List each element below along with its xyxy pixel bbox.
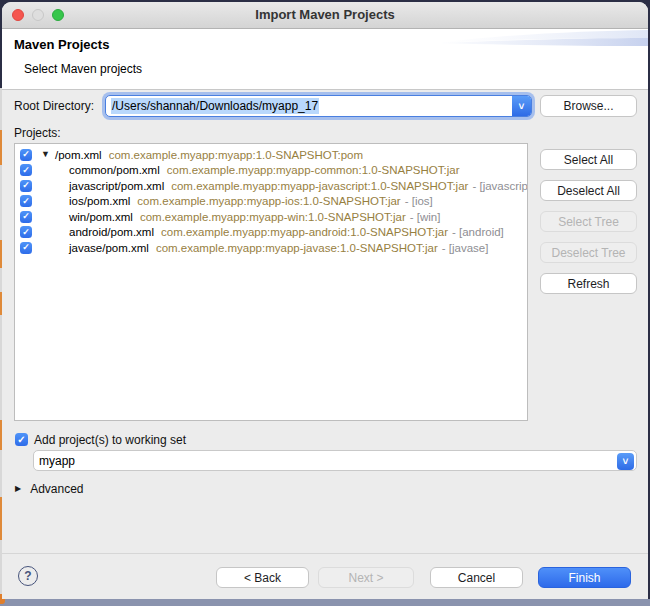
check-icon: ✓ <box>17 435 25 445</box>
check-icon: ✓ <box>22 197 30 206</box>
working-set-checkbox[interactable]: ✓ <box>15 433 28 446</box>
check-icon: ✓ <box>22 228 30 237</box>
page-subtitle: Select Maven projects <box>24 62 142 76</box>
project-profile-suffix: - [javase] <box>442 242 489 254</box>
cancel-button[interactable]: Cancel <box>430 567 523 588</box>
tree-row-root-pom[interactable]: ✓ ▼ /pom.xml com.example.myapp:myapp:1.0… <box>15 147 527 163</box>
projects-tree[interactable]: ✓ ▼ /pom.xml com.example.myapp:myapp:1.0… <box>14 143 528 421</box>
row-checkbox[interactable]: ✓ <box>20 164 32 176</box>
working-set-combo[interactable]: myapp ˅ <box>33 450 637 471</box>
project-coordinates: com.example.myapp:myapp-win:1.0-SNAPSHOT… <box>140 211 406 223</box>
project-coordinates: com.example.myapp:myapp-ios:1.0-SNAPSHOT… <box>137 195 400 207</box>
row-checkbox[interactable]: ✓ <box>20 211 32 223</box>
advanced-label: Advanced <box>30 482 83 496</box>
close-window-icon[interactable] <box>12 9 24 21</box>
project-name: win/pom.xml <box>69 211 133 223</box>
window-title: Import Maven Projects <box>2 2 648 28</box>
select-tree-button[interactable]: Select Tree <box>540 211 637 232</box>
project-profile-suffix: - [ios] <box>405 195 433 207</box>
check-icon: ✓ <box>22 243 30 252</box>
deselect-tree-button[interactable]: Deselect Tree <box>540 242 637 263</box>
footer-divider <box>2 553 648 554</box>
check-icon: ✓ <box>22 150 30 159</box>
traffic-lights <box>12 9 64 21</box>
working-set-label: Add project(s) to working set <box>34 433 186 447</box>
tree-row-javase[interactable]: ✓ javase/pom.xml com.example.myapp:myapp… <box>15 240 527 256</box>
tree-row-common[interactable]: ✓ common/pom.xml com.example.myapp:myapp… <box>15 163 527 179</box>
project-coordinates: com.example.myapp:myapp-javase:1.0-SNAPS… <box>156 242 438 254</box>
help-button[interactable]: ? <box>18 566 38 586</box>
check-icon: ✓ <box>22 181 30 190</box>
project-coordinates: com.example.myapp:myapp-javascript:1.0-S… <box>171 180 468 192</box>
project-profile-suffix: - [javascript] <box>472 180 528 192</box>
project-name: common/pom.xml <box>69 164 160 176</box>
row-checkbox[interactable]: ✓ <box>20 180 32 192</box>
root-directory-combo[interactable]: /Users/shannah/Downloads/myapp_17 ˅ <box>105 95 532 117</box>
project-name: javascript/pom.xml <box>69 180 164 192</box>
background-window-edge <box>0 599 650 606</box>
check-icon: ✓ <box>22 212 30 221</box>
check-icon: ✓ <box>22 166 30 175</box>
import-maven-projects-dialog: Import Maven Projects Maven Projects <box>2 2 648 599</box>
project-name: android/pom.xml <box>69 226 154 238</box>
project-coordinates: com.example.myapp:myapp-android:1.0-SNAP… <box>161 226 448 238</box>
screen: Import Maven Projects Maven Projects <box>0 0 650 606</box>
question-mark-icon: ? <box>24 569 31 583</box>
advanced-section-toggle[interactable]: ▶ Advanced <box>15 482 84 496</box>
chevron-down-icon[interactable]: ˅ <box>512 96 531 116</box>
chevron-glyph: ˅ <box>623 456 629 467</box>
tree-row-android[interactable]: ✓ android/pom.xml com.example.myapp:myap… <box>15 225 527 241</box>
back-button[interactable]: < Back <box>216 567 309 588</box>
refresh-button[interactable]: Refresh <box>540 273 637 294</box>
wizard-header: Maven Projects Select Maven projects <box>2 29 648 90</box>
working-set-value: myapp <box>39 454 75 468</box>
minimize-window-icon[interactable] <box>32 9 44 21</box>
finish-button[interactable]: Finish <box>538 567 631 588</box>
projects-label: Projects: <box>14 126 61 140</box>
project-name: /pom.xml <box>55 149 102 161</box>
next-button[interactable]: Next > <box>318 567 414 588</box>
deselect-all-button[interactable]: Deselect All <box>540 180 637 201</box>
project-coordinates: com.example.myapp:myapp:1.0-SNAPSHOT:pom <box>109 149 363 161</box>
row-checkbox[interactable]: ✓ <box>20 242 32 254</box>
project-coordinates: com.example.myapp:myapp-common:1.0-SNAPS… <box>167 164 460 176</box>
root-directory-value: /Users/shannah/Downloads/myapp_17 <box>111 98 319 114</box>
project-name: ios/pom.xml <box>69 195 130 207</box>
select-all-button[interactable]: Select All <box>540 149 637 170</box>
chevron-down-icon[interactable]: ˅ <box>617 453 634 470</box>
page-title: Maven Projects <box>14 37 109 52</box>
titlebar[interactable]: Import Maven Projects <box>2 2 648 29</box>
disclosure-closed-icon: ▶ <box>15 485 21 493</box>
browse-button[interactable]: Browse... <box>540 95 637 117</box>
disclosure-open-icon[interactable]: ▼ <box>41 150 55 159</box>
tree-row-javascript[interactable]: ✓ javascript/pom.xml com.example.myapp:m… <box>15 178 527 194</box>
zoom-window-icon[interactable] <box>52 9 64 21</box>
root-directory-label: Root Directory: <box>14 99 94 113</box>
project-profile-suffix: - [win] <box>410 211 441 223</box>
tree-row-ios[interactable]: ✓ ios/pom.xml com.example.myapp:myapp-io… <box>15 194 527 210</box>
row-checkbox[interactable]: ✓ <box>20 226 32 238</box>
project-profile-suffix: - [android] <box>452 226 504 238</box>
header-swoosh-decoration <box>438 29 648 49</box>
chevron-glyph: ˅ <box>519 101 525 112</box>
project-name: javase/pom.xml <box>69 242 149 254</box>
tree-row-win[interactable]: ✓ win/pom.xml com.example.myapp:myapp-wi… <box>15 209 527 225</box>
row-checkbox[interactable]: ✓ <box>20 149 32 161</box>
row-checkbox[interactable]: ✓ <box>20 195 32 207</box>
